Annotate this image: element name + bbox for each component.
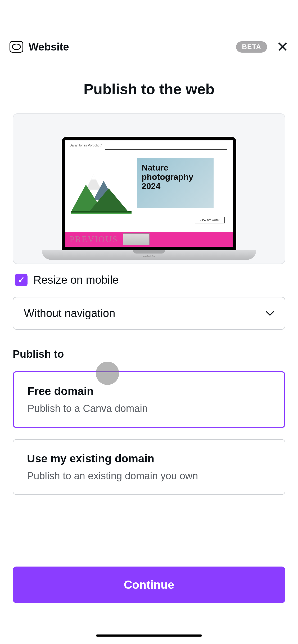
free-domain-title: Free domain [28, 385, 270, 398]
existing-domain-option[interactable]: Use my existing domain Publish to an exi… [13, 439, 285, 495]
laptop-notch [133, 250, 165, 254]
existing-domain-title: Use my existing domain [27, 452, 271, 465]
mountain-illustration [71, 168, 132, 208]
photo-title-line2: photography [142, 172, 209, 182]
free-domain-option[interactable]: Free domain Publish to a Canva domain [13, 371, 285, 428]
site-preview: Daisy Jones Portfolio :) [65, 140, 233, 247]
check-icon: ✓ [18, 275, 25, 285]
existing-domain-subtitle: Publish to an existing domain you own [27, 470, 271, 482]
header-title: Website [29, 41, 231, 53]
mountain-icon [71, 168, 132, 216]
header-bar: Website BETA ✕ [0, 40, 298, 54]
preview-card: Daisy Jones Portfolio :) [13, 113, 285, 264]
chevron-down-icon [266, 309, 274, 318]
dropdown-selected: Without navigation [24, 307, 115, 320]
photo-title-line1: Nature [142, 163, 209, 172]
svg-rect-6 [71, 213, 132, 214]
beta-badge: BETA [236, 41, 267, 53]
page-title: Publish to the web [0, 80, 298, 98]
thumbnail-box [123, 233, 150, 245]
laptop-mockup: Daisy Jones Portfolio :) [42, 137, 256, 264]
laptop-base: MacBook Pro [42, 250, 256, 260]
site-name: Daisy Jones Portfolio :) [65, 140, 233, 147]
navigation-dropdown[interactable]: Without navigation [13, 297, 285, 330]
website-link-icon [10, 41, 23, 53]
touch-indicator [96, 362, 119, 385]
svg-marker-1 [91, 174, 96, 180]
previous-text: PREVIOUS [70, 234, 118, 244]
continue-button[interactable]: Continue [13, 567, 285, 603]
photo-title-line3: 2024 [142, 182, 209, 191]
svg-rect-5 [71, 211, 132, 213]
resize-checkbox-row[interactable]: ✓ Resize on mobile [15, 274, 283, 286]
publish-to-label: Publish to [13, 348, 285, 360]
pink-footer-bar: PREVIOUS [65, 232, 233, 247]
site-content: Nature photography 2024 [65, 150, 233, 208]
close-button[interactable]: ✕ [277, 40, 288, 54]
home-indicator[interactable] [96, 634, 202, 637]
resize-label: Resize on mobile [33, 274, 119, 286]
laptop-screen: Daisy Jones Portfolio :) [62, 137, 236, 250]
free-domain-subtitle: Publish to a Canva domain [28, 403, 270, 414]
laptop-brand: MacBook Pro [143, 255, 155, 257]
view-work-button: VIEW MY WORK [195, 217, 225, 223]
resize-checkbox[interactable]: ✓ [15, 274, 28, 286]
photo-card: Nature photography 2024 [137, 158, 214, 208]
